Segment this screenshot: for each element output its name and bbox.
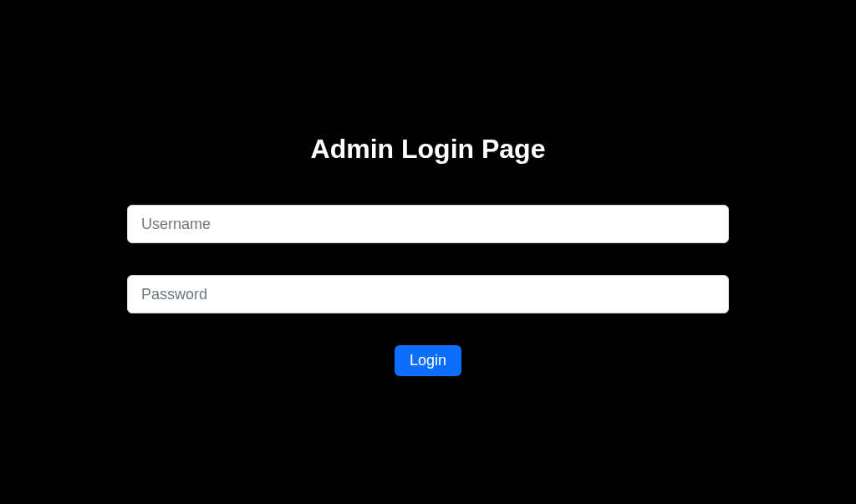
username-input[interactable] [127, 205, 729, 243]
page-title: Admin Login Page [311, 134, 546, 165]
login-form: Login [127, 205, 729, 376]
password-input[interactable] [127, 275, 729, 313]
login-button[interactable]: Login [395, 345, 461, 376]
